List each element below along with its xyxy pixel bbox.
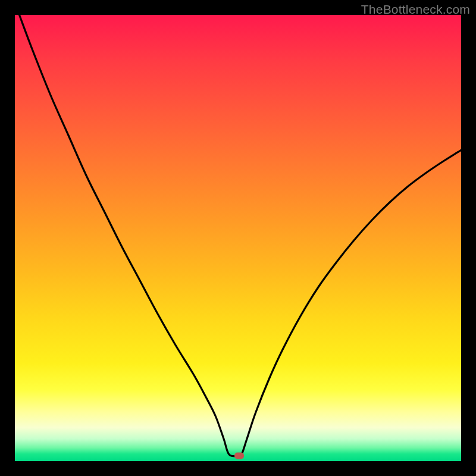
chart-plot-area <box>15 15 461 461</box>
watermark-text: TheBottleneck.com <box>361 2 470 17</box>
bottleneck-curve-path <box>20 15 462 456</box>
minimum-marker <box>234 453 244 459</box>
bottleneck-curve <box>15 15 461 461</box>
